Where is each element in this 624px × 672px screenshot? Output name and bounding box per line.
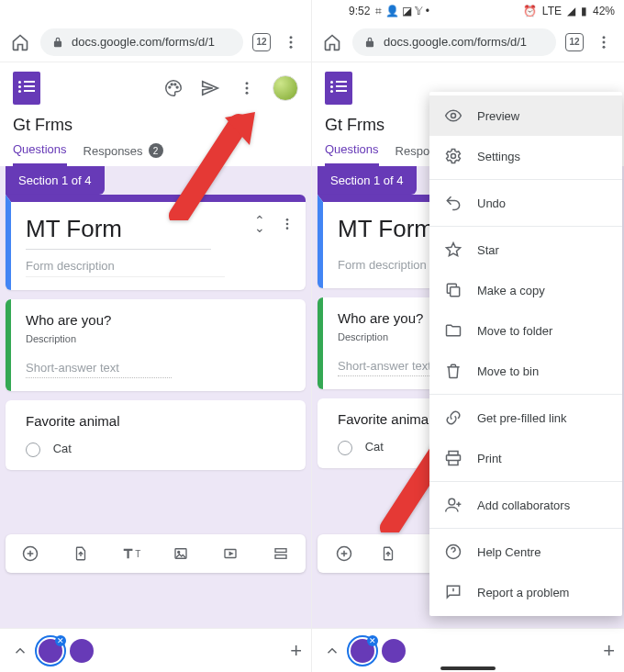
google-forms-logo-icon[interactable] xyxy=(325,72,352,105)
theme-palette-icon[interactable] xyxy=(162,77,184,99)
import-questions-icon[interactable] xyxy=(378,543,398,564)
menu-label: Undo xyxy=(477,196,506,210)
print-icon xyxy=(444,449,462,467)
svg-point-5 xyxy=(174,84,176,85)
menu-move-bin[interactable]: Move to bin xyxy=(429,351,622,391)
menu-add-collaborators[interactable]: Add collaborators xyxy=(429,485,622,525)
svg-point-3 xyxy=(169,86,171,88)
svg-point-9 xyxy=(246,92,249,95)
svg-rect-25 xyxy=(451,287,460,297)
close-tab-icon[interactable]: ✕ xyxy=(367,635,378,646)
add-question-icon[interactable] xyxy=(334,543,354,564)
tabs-count[interactable]: 12 xyxy=(252,33,271,51)
menu-label: Make a copy xyxy=(477,284,545,297)
menu-move-folder[interactable]: Move to folder xyxy=(429,310,622,351)
overflow-menu: Preview Settings Undo Star Make a copy xyxy=(429,92,622,616)
send-icon[interactable] xyxy=(199,77,221,99)
svg-point-2 xyxy=(290,45,293,48)
form-description-input[interactable]: Form description xyxy=(26,259,225,277)
add-video-icon[interactable] xyxy=(220,543,240,564)
menu-label: Star xyxy=(477,243,499,257)
menu-prefilled-link[interactable]: Get pre-filled link xyxy=(429,398,622,438)
add-question-icon[interactable] xyxy=(20,543,40,564)
menu-settings[interactable]: Settings xyxy=(429,136,622,176)
tab-responses[interactable]: Responses 2 xyxy=(84,143,163,165)
menu-help[interactable]: Help Centre xyxy=(429,532,622,572)
star-icon xyxy=(444,241,462,259)
svg-point-8 xyxy=(246,87,249,90)
tab-questions[interactable]: Questions xyxy=(13,142,67,166)
card-more-icon[interactable] xyxy=(280,217,295,231)
menu-star[interactable]: Star xyxy=(429,230,622,270)
question-2-title[interactable]: Favorite animal xyxy=(26,413,291,429)
browser-address-bar: docs.google.com/forms/d/1 12 xyxy=(0,22,311,62)
svg-point-24 xyxy=(451,154,456,159)
form-more-icon[interactable] xyxy=(236,77,258,99)
insert-toolbar: T xyxy=(6,534,306,573)
profile-avatar[interactable] xyxy=(273,75,298,101)
question-1-title[interactable]: Who are you? xyxy=(26,312,291,328)
menu-undo[interactable]: Undo xyxy=(429,183,622,223)
url-text: docs.google.com/forms/d/1 xyxy=(72,35,215,49)
close-tab-icon[interactable]: ✕ xyxy=(55,635,66,646)
menu-report-problem[interactable]: Report a problem xyxy=(429,572,622,612)
lock-icon xyxy=(363,36,376,49)
new-tab-button[interactable]: + xyxy=(290,639,302,663)
url-pill[interactable]: docs.google.com/forms/d/1 xyxy=(352,28,556,56)
option-1-label[interactable]: Cat xyxy=(53,442,72,455)
browser-more-icon[interactable] xyxy=(593,31,615,53)
add-section-icon[interactable] xyxy=(271,543,291,564)
tab-questions[interactable]: Questions xyxy=(325,142,379,166)
section-chip: Section 1 of 4 xyxy=(318,166,417,195)
other-tab-icon[interactable] xyxy=(70,639,94,663)
current-tab-icon[interactable]: ✕ xyxy=(39,639,62,663)
tab-responses-label: Responses xyxy=(84,144,143,158)
google-forms-logo-icon[interactable] xyxy=(13,72,40,105)
chevron-up-icon[interactable] xyxy=(321,640,343,662)
menu-label: Preview xyxy=(477,109,519,123)
svg-point-7 xyxy=(246,82,249,84)
question-card-2[interactable]: Favorite animal Cat xyxy=(6,400,306,470)
menu-preview[interactable]: Preview xyxy=(429,95,622,136)
question-card-1[interactable]: Who are you? Description Short-answer te… xyxy=(6,299,306,391)
question-1-desc[interactable]: Description xyxy=(26,333,291,344)
svg-point-20 xyxy=(603,40,606,43)
menu-label: Report a problem xyxy=(477,586,569,599)
chevron-up-icon[interactable] xyxy=(9,640,31,662)
gesture-nav-handle[interactable] xyxy=(440,666,496,670)
add-title-icon[interactable]: T xyxy=(120,543,140,564)
menu-make-copy[interactable]: Make a copy xyxy=(429,270,622,310)
radio-icon[interactable] xyxy=(338,441,352,455)
browser-more-icon[interactable] xyxy=(280,31,302,53)
tab-responses-label: Respo xyxy=(396,144,430,158)
responses-count-badge: 2 xyxy=(149,143,163,158)
menu-print[interactable]: Print xyxy=(429,438,622,478)
svg-point-6 xyxy=(176,86,178,88)
alarm-icon: ⏰ xyxy=(523,5,537,17)
section-chip: Section 1 of 4 xyxy=(6,166,105,195)
status-time: 9:52 xyxy=(349,5,370,17)
svg-point-21 xyxy=(603,45,606,48)
menu-label: Get pre-filled link xyxy=(477,411,567,425)
tabs-count[interactable]: 12 xyxy=(565,33,584,51)
add-image-icon[interactable] xyxy=(171,543,191,564)
folder-icon xyxy=(444,321,462,340)
radio-icon[interactable] xyxy=(26,442,40,457)
undo-icon xyxy=(444,194,462,212)
url-text: docs.google.com/forms/d/1 xyxy=(384,35,527,49)
home-icon[interactable] xyxy=(9,31,31,53)
other-tab-icon[interactable] xyxy=(382,639,406,663)
url-pill[interactable]: docs.google.com/forms/d/1 xyxy=(40,28,243,56)
tab-responses[interactable]: Respo xyxy=(396,144,430,165)
form-canvas: Section 1 of 4 MT Form ⌃⌄ Form descripti… xyxy=(0,166,311,628)
status-bar xyxy=(0,0,311,22)
svg-point-11 xyxy=(286,223,289,226)
home-icon[interactable] xyxy=(321,31,343,53)
import-questions-icon[interactable] xyxy=(71,543,91,564)
new-tab-button[interactable]: + xyxy=(603,639,615,663)
svg-point-1 xyxy=(290,40,293,43)
svg-rect-27 xyxy=(449,461,458,465)
current-tab-icon[interactable]: ✕ xyxy=(351,639,374,663)
battery-pct: 42% xyxy=(593,5,615,17)
status-bar: 9:52 ⌗ 👤 ◪ 𝕐 • ⏰ LTE ◢ ▮ 42% xyxy=(312,0,624,22)
